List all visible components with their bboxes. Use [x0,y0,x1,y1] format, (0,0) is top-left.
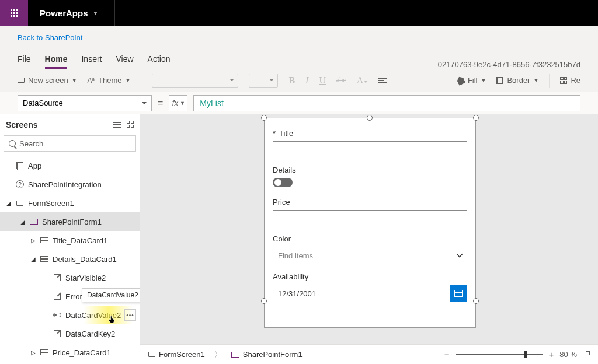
tree-tooltip: DataCardValue2 [82,288,140,302]
expand-arrow[interactable]: ▷ [30,237,36,244]
new-screen-button[interactable]: New screen ▼ [18,76,77,85]
tree-sp-integration[interactable]: ? SharePointIntegration [0,175,140,194]
tree-label: App [28,162,41,170]
menu-home[interactable]: Home [45,54,68,69]
divider [549,74,550,88]
fullscreen-button[interactable] [583,351,590,358]
fill-label: Fill [468,76,478,85]
align-button[interactable] [378,76,387,85]
expand-arrow[interactable]: ▷ [30,349,36,356]
more-button[interactable]: ••• [124,309,136,321]
chevron-down-icon: ▼ [93,10,99,16]
breadcrumb-form[interactable]: SharePointForm1 [231,350,303,359]
theme-button[interactable]: Aª Theme ▼ [88,76,131,85]
tree-price-datacard[interactable]: ▷ Price_DataCard1 [0,343,140,362]
reorder-label: Re [571,76,580,85]
app-icon [16,162,23,169]
zoom-label: 80 % [559,350,577,359]
list-view-icon[interactable] [113,121,121,129]
reorder-button[interactable]: Re [560,76,580,85]
tree-starvisible[interactable]: StarVisible2 [0,268,140,287]
breadcrumb-separator: 〉 [214,349,222,360]
date-picker-button[interactable] [450,285,467,302]
collapse-arrow[interactable]: ◢ [6,200,12,206]
tree-errormessage[interactable]: ErrorM DataCardValue2 [0,287,140,306]
waffle-button[interactable] [0,0,28,26]
card-icon [40,349,48,355]
screens-header: Screens [6,120,37,130]
equals-label: = [158,98,163,108]
strikethrough-button[interactable]: abc [336,76,346,85]
underline-button[interactable]: U [319,75,326,86]
tree-details-datacard[interactable]: ◢ Details_DataCard1 [0,250,140,268]
tree-title-datacard[interactable]: ▷ Title_DataCard1 [0,231,140,250]
color-placeholder: Find items [273,251,453,260]
tree-view: App ? SharePointIntegration ◢ FormScreen… [0,154,140,364]
zoom-slider[interactable] [456,354,543,355]
border-button[interactable]: Border ▼ [496,76,538,85]
zoom-in-button[interactable]: + [549,349,554,359]
align-icon [378,76,387,85]
font-color-button[interactable]: A▼ [357,75,368,86]
details-label: Details [273,166,296,174]
date-value: 12/31/2001 [278,289,316,298]
calendar-icon [454,290,463,297]
zoom-out-button[interactable]: − [444,349,450,359]
selection-handle[interactable] [367,115,373,121]
divider [114,0,115,26]
selection-handle[interactable] [261,115,267,121]
tree-formscreen[interactable]: ◢ FormScreen1 [0,194,140,212]
italic-button[interactable]: I [305,75,308,86]
selection-handle[interactable] [261,298,267,304]
collapse-arrow[interactable]: ◢ [30,256,36,262]
theme-label: Theme [98,76,121,85]
tree-sharepointform[interactable]: ◢ SharePointForm1 [0,212,140,231]
title-input[interactable] [273,141,467,158]
back-to-sharepoint-link[interactable]: Back to SharePoint [18,33,82,42]
control-icon [54,293,61,300]
color-combobox[interactable]: Find items [273,247,467,264]
availability-label: Availability [273,272,308,281]
tree-label: DataCardValue2 [65,311,121,320]
search-icon [9,140,16,147]
formula-value: MyList [200,99,223,108]
canvas[interactable]: * Title Details Price Color Find items [140,114,598,364]
integration-icon: ? [16,180,24,188]
price-label: Price [273,198,290,206]
fill-button[interactable]: Fill ▼ [457,76,486,85]
details-toggle[interactable] [273,178,293,187]
tree-datacardkey[interactable]: DataCardKey2 [0,324,140,343]
date-input[interactable]: 12/31/2001 [273,285,450,302]
font-size-dropdown[interactable] [249,74,278,88]
selection-handle[interactable] [473,115,479,121]
tree-datacardvalue[interactable]: DataCardValue2 ••• [0,306,140,324]
bold-button[interactable]: B [288,75,295,86]
menu-action[interactable]: Action [148,54,171,69]
tree-app[interactable]: App [0,156,140,175]
tree-label: SharePointForm1 [42,218,102,226]
search-input[interactable]: Search [4,135,136,152]
menu-file[interactable]: File [18,54,31,69]
tree-label: FormScreen1 [28,199,74,208]
selection-handle[interactable] [473,298,479,304]
fx-button[interactable]: fx▼ [169,95,187,111]
chevron-down-icon: ▼ [125,78,130,83]
chevron-down-icon: ▼ [481,78,486,83]
card-icon [40,237,48,243]
required-indicator: * [273,129,276,138]
menu-insert[interactable]: Insert [81,54,102,69]
menu-view[interactable]: View [116,54,133,69]
app-title-dropdown[interactable]: PowerApps ▼ [28,0,110,26]
property-dropdown[interactable]: DataSource [18,95,152,111]
breadcrumb-screen[interactable]: FormScreen1 [148,350,205,359]
tree-label: Title_DataCard1 [53,236,107,245]
font-family-dropdown[interactable] [152,74,238,88]
price-input[interactable] [273,210,467,226]
formula-input[interactable]: MyList [193,95,580,111]
theme-icon: Aª [88,76,95,85]
screen-icon [16,201,23,206]
grid-view-icon[interactable] [127,121,134,129]
form-icon [30,219,38,225]
reorder-icon [560,77,567,84]
collapse-arrow[interactable]: ◢ [20,219,26,225]
